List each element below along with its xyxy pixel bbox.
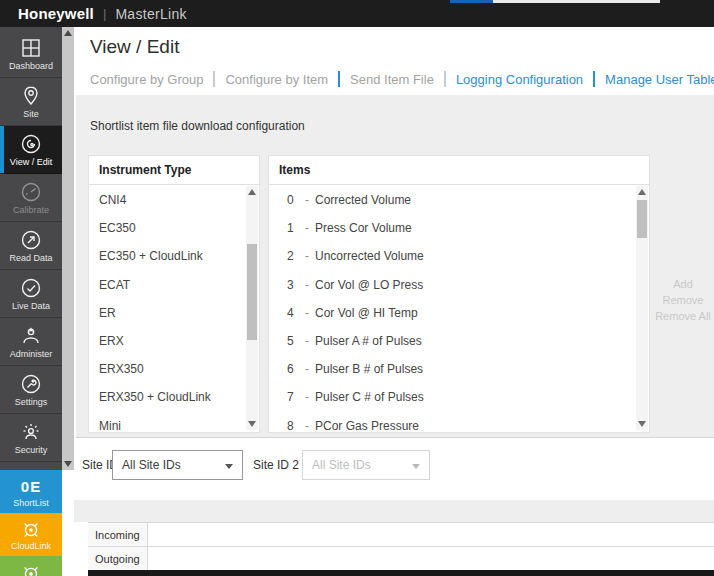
item-index: 3 xyxy=(287,271,299,299)
sidebar-item-view-edit[interactable]: View / Edit xyxy=(0,126,62,174)
tab-logging-configuration[interactable]: Logging Configuration xyxy=(456,72,583,95)
remove-all-button[interactable]: Remove All xyxy=(654,309,712,324)
list-item[interactable]: 5-Pulser A # of Pulses xyxy=(269,327,636,355)
list-item[interactable]: 4-Cor Vol @ HI Temp xyxy=(269,299,636,327)
list-item[interactable]: 3-Cor Vol @ LO Press xyxy=(269,271,636,299)
item-index: 5 xyxy=(287,327,299,355)
scroll-down-icon[interactable] xyxy=(248,421,256,427)
item-index: 2 xyxy=(287,242,299,270)
list-item[interactable]: 6-Pulser B # of Pulses xyxy=(269,355,636,383)
sidebar-item-label: Calibrate xyxy=(0,205,62,215)
sidebar-item-security[interactable]: Security xyxy=(0,414,62,462)
tab-configure-by-group[interactable]: Configure by Group xyxy=(90,72,203,95)
item-name: Corrected Volume xyxy=(315,193,411,207)
list-item[interactable]: ERX350 xyxy=(89,355,246,383)
sidebar-item-dashboard[interactable]: Dashboard xyxy=(0,30,62,78)
item-dash: - xyxy=(299,242,315,270)
sidebar-item-cloudlink[interactable]: CloudLink xyxy=(0,513,62,556)
sidebar-item-administer[interactable]: Administer xyxy=(0,318,62,366)
site-id-dropdown[interactable]: All Site IDs xyxy=(112,450,243,480)
outgoing-label: Outgoing xyxy=(88,547,148,571)
sidebar-item-site[interactable]: Site xyxy=(0,78,62,126)
item-dash: - xyxy=(299,383,315,411)
items-list-scrollbar[interactable] xyxy=(636,186,648,430)
item-index: 8 xyxy=(287,412,299,431)
sidebar-item-read-data[interactable]: Read Data xyxy=(0,222,62,270)
tab-separator xyxy=(213,71,215,87)
shortlist-config-section: Shortlist item file download configurati… xyxy=(76,95,714,438)
item-name: Pulser B # of Pulses xyxy=(315,362,423,376)
instrument-list-scrollbar[interactable] xyxy=(246,186,258,430)
tab-bar: Configure by Group Configure by Item Sen… xyxy=(90,71,714,95)
item-name: Cor Vol @ HI Temp xyxy=(315,306,418,320)
sidebar-item-shortlist[interactable]: 0E ShortList xyxy=(0,470,62,513)
instrument-type-panel: Instrument Type CNI4 EC350 EC350 + Cloud… xyxy=(88,155,260,433)
list-item[interactable]: 0-Corrected Volume xyxy=(269,186,636,214)
list-item[interactable]: 1-Press Cor Volume xyxy=(269,214,636,242)
tab-send-item-file[interactable]: Send Item File xyxy=(350,72,434,95)
item-dash: - xyxy=(299,186,315,214)
scrollbar-thumb[interactable] xyxy=(637,200,647,238)
list-item[interactable]: EC350 + CloudLink xyxy=(89,242,246,270)
list-item[interactable]: ERX350 + CloudLink xyxy=(89,383,246,411)
scroll-up-icon[interactable] xyxy=(248,189,256,195)
instrument-type-list: CNI4 EC350 EC350 + CloudLink ECAT ER ERX… xyxy=(89,186,246,430)
chevron-down-icon xyxy=(412,464,420,469)
read-data-icon xyxy=(19,228,43,252)
item-dash: - xyxy=(299,299,315,327)
tab-manage-user-table[interactable]: Manage User Table xyxy=(605,72,714,95)
sidebar-item-label: Dashboard xyxy=(0,61,62,71)
instrument-type-header: Instrument Type xyxy=(89,156,259,185)
sidebar-item-label: CloudLink xyxy=(0,541,62,551)
security-icon xyxy=(19,420,43,444)
list-actions: Add Remove Remove All xyxy=(654,277,712,325)
scroll-down-icon[interactable] xyxy=(638,421,646,427)
sidebar-item-calibrate: Calibrate xyxy=(0,174,62,222)
sidebar-item-label: Live Data xyxy=(0,301,62,311)
sidebar-item-live-data[interactable]: Live Data xyxy=(0,270,62,318)
scroll-up-icon[interactable] xyxy=(64,30,72,36)
list-item[interactable]: 7-Pulser C # of Pulses xyxy=(269,383,636,411)
item-index: 6 xyxy=(287,355,299,383)
item-dash: - xyxy=(299,412,315,431)
sidebar-item-settings[interactable]: Settings xyxy=(0,366,62,414)
item-dash: - xyxy=(299,271,315,299)
sidebar-item-label: Administer xyxy=(0,349,62,359)
site-pin-icon xyxy=(19,84,43,108)
incoming-value xyxy=(148,523,714,547)
sidebar-item-label: ShortList xyxy=(0,498,62,508)
incoming-row: Incoming xyxy=(88,522,714,547)
scroll-up-icon[interactable] xyxy=(638,189,646,195)
honeywell-logo: Honeywell xyxy=(18,5,94,22)
list-item[interactable]: CNI4 xyxy=(89,186,246,214)
item-name: Press Cor Volume xyxy=(315,221,412,235)
item-name: Pulser A # of Pulses xyxy=(315,334,422,348)
items-panel: Items 0-Corrected Volume 1-Press Cor Vol… xyxy=(268,155,650,433)
cloudlink-icon xyxy=(0,519,62,541)
sidebar-nav: Dashboard Site View / Edit Calibrate Rea xyxy=(0,27,62,576)
site-id-value: All Site IDs xyxy=(122,458,181,472)
sidebar-item-label: Security xyxy=(0,445,62,455)
list-item[interactable]: Mini xyxy=(89,412,246,431)
tab-configure-by-item[interactable]: Configure by Item xyxy=(225,72,328,95)
remove-button[interactable]: Remove xyxy=(654,293,712,308)
tab-separator xyxy=(444,71,446,87)
site-filter-row: Site ID All Site IDs Site ID 2 All Site … xyxy=(74,438,714,500)
scroll-down-icon[interactable] xyxy=(64,461,72,467)
list-item[interactable]: 8-PCor Gas Pressure xyxy=(269,412,636,431)
incoming-label: Incoming xyxy=(88,523,148,547)
add-button[interactable]: Add xyxy=(654,277,712,292)
list-item[interactable]: ERX xyxy=(89,327,246,355)
scrollbar-thumb[interactable] xyxy=(247,244,257,340)
list-item[interactable]: ER xyxy=(89,299,246,327)
top-bar: Honeywell | MasterLink xyxy=(0,0,714,27)
sidebar-item-green[interactable] xyxy=(0,556,62,576)
section-label: Shortlist item file download configurati… xyxy=(90,119,305,133)
items-header: Items xyxy=(269,156,649,185)
administer-icon xyxy=(19,324,43,348)
sidebar-scrollbar[interactable] xyxy=(62,27,74,470)
settings-wrench-icon xyxy=(19,372,43,396)
list-item[interactable]: ECAT xyxy=(89,271,246,299)
list-item[interactable]: 2-Uncorrected Volume xyxy=(269,242,636,270)
list-item[interactable]: EC350 xyxy=(89,214,246,242)
